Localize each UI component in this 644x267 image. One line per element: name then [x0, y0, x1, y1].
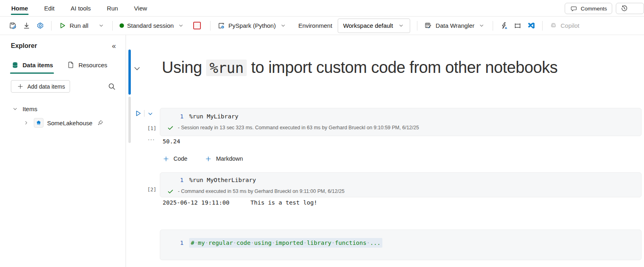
cell2-line-number: 1 — [160, 176, 184, 184]
cell1-status: - Session ready in 13 sec 323 ms. Comman… — [178, 125, 419, 130]
cell1-run-button[interactable] — [134, 110, 142, 117]
environment-label[interactable]: Environment — [298, 22, 332, 29]
title-text-post: to import custom code from other noteboo… — [247, 58, 557, 76]
cell2-execution-count: [2] — [147, 186, 157, 192]
plus-icon — [162, 155, 170, 163]
data-wrangler-icon — [424, 22, 432, 30]
fabric-notebook-app: Home Edit AI tools Run View Comments — [0, 0, 644, 267]
menu-run[interactable]: Run — [107, 1, 119, 15]
tab-data-items[interactable]: Data items — [11, 61, 53, 74]
settings-gear-icon[interactable] — [36, 22, 44, 30]
cell1-execution-count: [1] — [147, 125, 157, 131]
menu-home[interactable]: Home — [11, 1, 29, 15]
add-code-label: Code — [173, 155, 188, 162]
comments-label: Comments — [581, 6, 607, 12]
pin-icon[interactable] — [96, 119, 104, 127]
menu-bar: Home Edit AI tools Run View Comments — [0, 0, 644, 16]
cell1-line-number: 1 — [160, 112, 184, 121]
tab-resources-label: Resources — [78, 62, 107, 68]
stop-session-button[interactable] — [193, 22, 201, 29]
tree-root-label: Items — [23, 106, 37, 112]
comment-bubble-icon — [570, 4, 578, 12]
cell3-line-number: 1 — [160, 238, 184, 247]
session-active-dot-icon — [120, 23, 124, 28]
tab-data-items-label: Data items — [23, 62, 53, 68]
markdown-collapse-chevron-icon[interactable] — [133, 65, 141, 72]
quick-actions-lightning-icon[interactable]: A — [500, 22, 508, 30]
add-data-items-label: Add data items — [27, 83, 65, 90]
menu-edit[interactable]: Edit — [44, 1, 55, 15]
menu-view[interactable]: View — [134, 1, 147, 15]
code-cell-2[interactable]: 1 %run MyOtherLibrary - Command executed… — [160, 172, 642, 197]
run-all-button[interactable]: Run all — [58, 22, 89, 30]
add-cell-row: Code Markdown — [162, 155, 243, 163]
items-tree: Items SomeLakehouse — [11, 103, 126, 128]
success-check-icon — [166, 124, 174, 132]
markdown-title[interactable]: Using %run to import custom code from ot… — [162, 58, 557, 77]
code-cell-3[interactable]: 1 #·my·regular·code·using·imported·libra… — [160, 230, 642, 260]
session-status-button[interactable]: Standard session — [120, 22, 185, 30]
add-markdown-cell-button[interactable]: Markdown — [204, 155, 243, 163]
run-all-play-icon — [58, 22, 66, 30]
success-check-icon — [166, 187, 174, 195]
run-all-chevron-icon[interactable] — [97, 22, 105, 30]
cell2-output: 2025-06-12 19:11:00 This is a test log! — [163, 199, 317, 206]
cell1-code[interactable]: %run MyLibrary — [189, 112, 238, 121]
toolbar-separator — [542, 21, 543, 31]
active-cell-indicator — [128, 50, 131, 95]
session-status-label: Standard session — [127, 22, 174, 29]
add-data-items-button[interactable]: Add data items — [11, 80, 70, 93]
cell1-output: 50.24 — [163, 138, 180, 145]
tree-item-label: SomeLakehouse — [47, 120, 93, 126]
chevron-down-icon — [11, 105, 19, 113]
copilot-icon — [549, 22, 557, 30]
download-icon[interactable] — [23, 22, 31, 30]
explorer-title: Explorer — [11, 42, 37, 50]
plus-icon — [204, 155, 213, 163]
menu-ai-tools[interactable]: AI tools — [70, 1, 91, 15]
toolbar-separator — [112, 21, 113, 31]
cell1-collapse-chevron-icon[interactable] — [147, 111, 153, 117]
lakehouse-icon — [34, 118, 43, 128]
document-icon — [67, 61, 75, 69]
data-wrangler-label: Data Wrangler — [436, 22, 474, 29]
pyspark-language-icon — [217, 22, 225, 30]
collapse-sidebar-icon[interactable]: « — [112, 42, 116, 50]
title-text-pre: Using — [162, 58, 206, 76]
cell2-status: - Command executed in 53 ms by Gerhard B… — [178, 188, 345, 194]
frame-snapshot-icon[interactable] — [514, 22, 522, 30]
copilot-button[interactable]: Copilot — [549, 22, 580, 30]
explorer-sidebar: Explorer « Data items Resources — [0, 35, 126, 267]
language-chevron-icon — [279, 22, 287, 30]
tab-resources[interactable]: Resources — [67, 61, 107, 74]
gutter-separator — [144, 110, 144, 117]
menubar-right-actions: Comments — [565, 3, 644, 14]
workspace-selector[interactable]: Workspace default — [338, 19, 410, 33]
language-label: PySpark (Python) — [229, 22, 276, 29]
code-cell-1[interactable]: 1 %run MyLibrary - Session ready in 13 s… — [160, 108, 642, 136]
add-code-cell-button[interactable]: Code — [162, 155, 188, 163]
add-markdown-label: Markdown — [216, 155, 243, 162]
toolbar-separator — [210, 21, 211, 31]
data-wrangler-button[interactable]: Data Wrangler — [424, 22, 485, 30]
cell1-output-more-icon[interactable]: ··· — [148, 136, 155, 143]
toolbar-separator — [493, 21, 493, 31]
cell3-code[interactable]: #·my·regular·code·using·imported·library… — [189, 238, 382, 248]
vscode-icon[interactable] — [527, 22, 535, 30]
comments-button[interactable]: Comments — [565, 3, 612, 14]
tree-root-items[interactable]: Items — [11, 103, 126, 114]
tree-item-lakehouse[interactable]: SomeLakehouse — [11, 117, 126, 128]
language-selector-button[interactable]: PySpark (Python) — [217, 22, 287, 30]
cell2-code[interactable]: %run MyOtherLibrary — [189, 176, 256, 184]
cell-scroll-indicator[interactable] — [128, 97, 131, 143]
data-wrangler-chevron-icon — [478, 22, 486, 30]
version-history-button[interactable] — [616, 3, 644, 14]
notebook-canvas: Using %run to import custom code from ot… — [126, 35, 644, 267]
search-icon[interactable] — [108, 83, 116, 91]
database-icon — [11, 61, 19, 69]
sidebar-tabs: Data items Resources — [11, 61, 126, 74]
save-icon[interactable] — [9, 22, 17, 30]
svg-text:A: A — [505, 26, 507, 30]
copilot-label: Copilot — [561, 22, 580, 29]
workspace-selector-label: Workspace default — [343, 22, 393, 29]
